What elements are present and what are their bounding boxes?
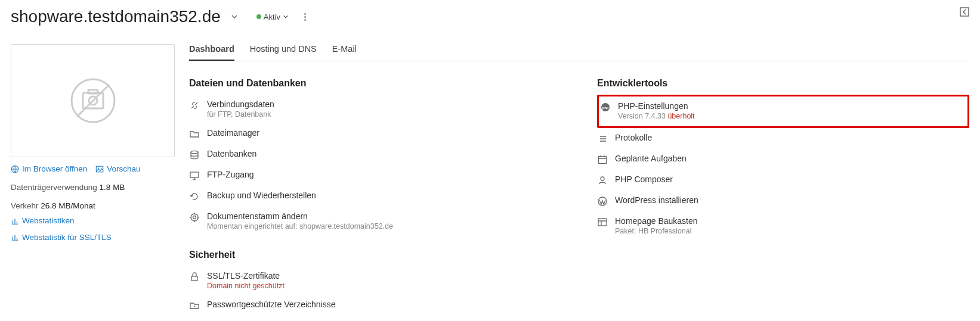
password-dirs-item[interactable]: Passwortgeschützte Verzeichnisse — [189, 295, 561, 316]
database-icon — [189, 149, 200, 160]
ssl-label: SSL/TLS-Zertifikate — [207, 271, 561, 281]
dev-section-title: Entwicklertools — [597, 78, 969, 89]
folder-icon — [189, 129, 200, 139]
traffic-value: 26.8 MB/Monat — [41, 201, 95, 210]
composer-item[interactable]: PHP Composer — [597, 170, 969, 191]
status-dot-icon — [256, 14, 261, 19]
panel-collapse-icon — [960, 7, 969, 17]
security-section-title: Sicherheit — [189, 250, 561, 260]
connection-data-item[interactable]: Verbindungsdaten für FTP, Datenbank — [189, 95, 561, 123]
svg-rect-0 — [960, 8, 969, 16]
logs-label: Protokolle — [615, 133, 969, 142]
panel-toggle[interactable] — [960, 7, 969, 17]
ssl-sub: Domain nicht geschützt — [207, 282, 561, 290]
backup-label: Backup und Wiederherstellen — [207, 191, 561, 200]
php-settings-highlight: php PHP-Einstellungen Version 7.4.33 übe… — [597, 95, 969, 128]
domain-title: shopware.testdomain352.de — [11, 7, 221, 26]
connection-data-label: Verbindungsdaten — [207, 99, 561, 109]
open-in-browser-label: Im Browser öffnen — [22, 164, 87, 173]
no-image-icon — [66, 74, 120, 127]
docroot-sub: Momentan eingerichtet auf: shopware.test… — [207, 222, 561, 230]
databases-item[interactable]: Datenbanken — [189, 144, 561, 165]
bar-chart-icon — [11, 217, 19, 225]
site-preview-box[interactable] — [11, 44, 175, 157]
svg-rect-13 — [191, 276, 197, 281]
traffic-row: Verkehr 26.8 MB/Monat — [11, 201, 175, 210]
connection-data-sub: für FTP, Datenbank — [207, 110, 561, 119]
webstats-ssl-link[interactable]: Webstatistik für SSL/TLS — [11, 233, 112, 242]
refresh-icon — [189, 191, 200, 202]
open-in-browser-link[interactable]: Im Browser öffnen — [11, 164, 87, 173]
ftp-item[interactable]: FTP-Zugang — [189, 165, 561, 186]
folder-lock-icon — [189, 300, 200, 311]
more-menu[interactable] — [299, 13, 311, 21]
tab-dashboard[interactable]: Dashboard — [189, 44, 234, 61]
scheduled-tasks-label: Geplante Aufgaben — [615, 154, 969, 163]
disk-usage-label: Datenträgerverwendung — [11, 183, 97, 192]
traffic-label: Verkehr — [11, 201, 39, 210]
chevron-down-icon — [283, 14, 289, 20]
webstats-label: Webstatistiken — [22, 216, 75, 225]
password-dirs-label: Passwortgeschützte Verzeichnisse — [207, 300, 561, 309]
docroot-label: Dokumentenstamm ändern — [207, 211, 561, 221]
svg-rect-20 — [598, 219, 607, 226]
webstats-link[interactable]: Webstatistiken — [11, 216, 75, 225]
file-manager-item[interactable]: Dateimanager — [189, 123, 561, 144]
sitebuilder-sub: Paket: HB Professional — [615, 227, 969, 235]
preview-link[interactable]: Vorschau — [95, 164, 140, 173]
tab-email[interactable]: E-Mail — [332, 44, 357, 61]
tabs: Dashboard Hosting und DNS E-Mail — [189, 44, 969, 61]
bar-chart-icon — [11, 233, 19, 241]
target-icon — [189, 212, 200, 223]
disk-usage-row: Datenträgerverwendung 1.8 MB — [11, 183, 175, 192]
backup-item[interactable]: Backup und Wiederherstellen — [189, 186, 561, 207]
svg-point-18 — [601, 177, 604, 180]
svg-rect-4 — [88, 90, 98, 94]
ftp-label: FTP-Zugang — [207, 170, 561, 179]
svg-point-12 — [193, 216, 196, 219]
globe-icon — [11, 165, 19, 173]
php-settings-sub: Version 7.4.33 überholt — [618, 112, 964, 120]
sitebuilder-label: Homepage Baukasten — [615, 216, 969, 226]
domain-dropdown[interactable] — [227, 9, 242, 24]
sitebuilder-item[interactable]: Homepage Baukasten Paket: HB Professiona… — [597, 211, 969, 240]
composer-label: PHP Composer — [615, 174, 969, 184]
svg-text:php: php — [602, 106, 609, 110]
php-settings-item[interactable]: php PHP-Einstellungen Version 7.4.33 übe… — [600, 99, 964, 123]
calendar-icon — [597, 154, 608, 165]
logs-item[interactable]: Protokolle — [597, 128, 969, 149]
list-icon — [597, 133, 608, 144]
files-section-title: Dateien und Datenbanken — [189, 78, 561, 89]
image-icon — [95, 165, 104, 173]
svg-point-14 — [194, 306, 195, 307]
wordpress-item[interactable]: WordPress installieren — [597, 191, 969, 211]
chevron-down-icon — [231, 13, 238, 20]
tab-hosting[interactable]: Hosting und DNS — [250, 44, 317, 61]
status-label: Aktiv — [264, 13, 280, 21]
svg-point-11 — [191, 214, 198, 221]
connection-icon — [189, 100, 200, 111]
composer-icon — [597, 175, 608, 186]
ssl-item[interactable]: SSL/TLS-Zertifikate Domain nicht geschüt… — [189, 266, 561, 295]
status-badge[interactable]: Aktiv — [256, 13, 289, 21]
wordpress-icon — [597, 196, 608, 207]
disk-usage-value: 1.8 MB — [100, 183, 125, 192]
lock-icon — [189, 272, 200, 282]
svg-rect-10 — [190, 172, 199, 177]
databases-label: Datenbanken — [207, 149, 561, 158]
php-settings-label: PHP-Einstellungen — [618, 101, 964, 111]
scheduled-tasks-item[interactable]: Geplante Aufgaben — [597, 149, 969, 170]
svg-rect-17 — [599, 157, 607, 164]
file-manager-label: Dateimanager — [207, 128, 561, 138]
wordpress-label: WordPress installieren — [615, 195, 969, 205]
docroot-item[interactable]: Dokumentenstamm ändern Momentan eingeric… — [189, 207, 561, 235]
monitor-icon — [189, 170, 200, 181]
svg-point-9 — [191, 151, 198, 153]
layout-icon — [597, 217, 608, 227]
svg-point-8 — [98, 167, 99, 169]
preview-label: Vorschau — [107, 164, 140, 173]
php-icon: php — [600, 102, 611, 113]
webstats-ssl-label: Webstatistik für SSL/TLS — [22, 233, 112, 242]
